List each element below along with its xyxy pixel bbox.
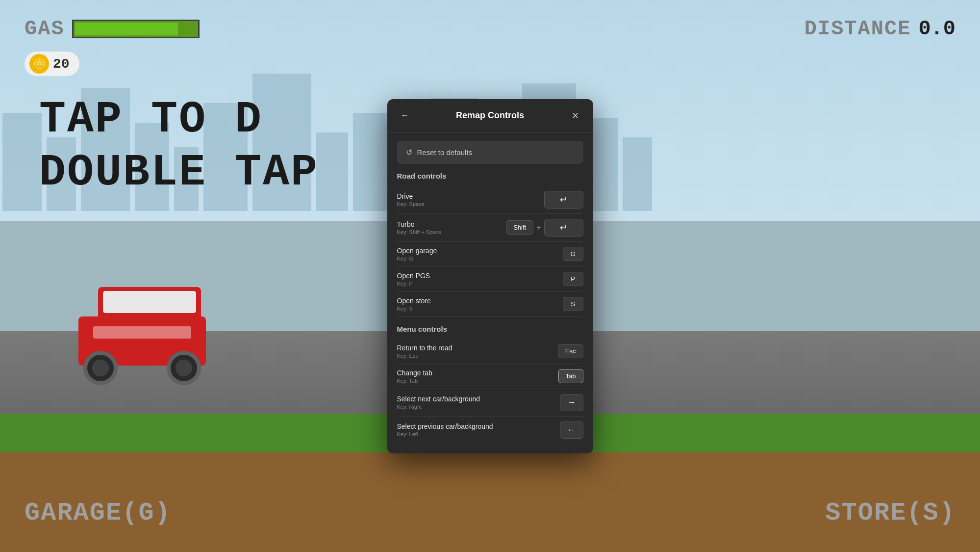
- key-button-pgs-p[interactable]: P: [563, 272, 583, 286]
- control-key-turbo: Key: Shift + Space: [397, 229, 506, 235]
- key-button-turbo-space[interactable]: ↵: [544, 219, 583, 237]
- key-button-return-esc[interactable]: Esc: [558, 344, 583, 358]
- remap-controls-modal: ← Remap Controls ✕ ↺ Reset to defaults R…: [387, 99, 593, 453]
- modal-overlay: ← Remap Controls ✕ ↺ Reset to defaults R…: [0, 0, 980, 552]
- control-name-turbo: Turbo: [397, 220, 506, 228]
- control-keys-tab: Tab: [558, 369, 583, 383]
- control-key-pgs: Key: P: [397, 281, 563, 287]
- key-button-drive-space[interactable]: ↵: [544, 191, 583, 209]
- control-key-prev: Key: Left: [397, 431, 560, 437]
- control-keys-turbo: Shift + ↵: [506, 219, 583, 237]
- control-info-return: Return to the road Key: Esc: [397, 344, 558, 359]
- control-keys-store: S: [563, 297, 583, 311]
- control-keys-next: →: [560, 394, 583, 411]
- control-keys-drive: ↵: [544, 191, 583, 209]
- modal-close-button[interactable]: ✕: [568, 108, 583, 124]
- reset-icon: ↺: [406, 148, 412, 157]
- control-name-prev: Select previous car/background: [397, 422, 560, 430]
- modal-back-button[interactable]: ←: [397, 108, 413, 124]
- control-key-drive: Key: Space: [397, 201, 544, 207]
- key-button-store-s[interactable]: S: [563, 297, 583, 311]
- reset-label: Reset to defaults: [417, 148, 473, 157]
- control-name-tab: Change tab: [397, 369, 558, 377]
- key-button-tab-tab[interactable]: Tab: [558, 369, 583, 383]
- control-info-turbo: Turbo Key: Shift + Space: [397, 220, 506, 235]
- control-name-return: Return to the road: [397, 344, 558, 352]
- control-info-next: Select next car/background Key: Right: [397, 395, 560, 410]
- control-name-pgs: Open PGS: [397, 272, 563, 280]
- control-key-store: Key: S: [397, 306, 563, 312]
- control-row-return: Return to the road Key: Esc Esc: [397, 339, 583, 364]
- control-row-drive: Drive Key: Space ↵: [397, 186, 583, 214]
- key-button-garage-g[interactable]: G: [563, 247, 583, 261]
- reset-defaults-button[interactable]: ↺ Reset to defaults: [397, 141, 583, 164]
- control-keys-garage: G: [563, 247, 583, 261]
- control-row-store: Open store Key: S S: [397, 292, 583, 317]
- road-controls-header: Road controls: [397, 172, 583, 180]
- modal-body: ↺ Reset to defaults Road controls Drive …: [387, 133, 593, 453]
- control-info-pgs: Open PGS Key: P: [397, 272, 563, 287]
- control-keys-prev: ←: [560, 421, 583, 439]
- control-info-store: Open store Key: S: [397, 297, 563, 312]
- menu-controls-header: Menu controls: [397, 325, 583, 333]
- control-row-turbo: Turbo Key: Shift + Space Shift + ↵: [397, 214, 583, 242]
- control-row-prev: Select previous car/background Key: Left…: [397, 417, 583, 444]
- control-keys-pgs: P: [563, 272, 583, 286]
- control-name-next: Select next car/background: [397, 395, 560, 403]
- control-key-tab: Key: Tab: [397, 378, 558, 384]
- control-keys-return: Esc: [558, 344, 583, 358]
- control-info-prev: Select previous car/background Key: Left: [397, 422, 560, 437]
- modal-title: Remap Controls: [413, 110, 568, 121]
- control-name-drive: Drive: [397, 192, 544, 200]
- control-key-next: Key: Right: [397, 404, 560, 410]
- key-button-next-right[interactable]: →: [560, 394, 583, 411]
- control-name-store: Open store: [397, 297, 563, 305]
- control-row-next: Select next car/background Key: Right →: [397, 389, 583, 417]
- control-info-tab: Change tab Key: Tab: [397, 369, 558, 384]
- control-name-garage: Open garage: [397, 247, 563, 255]
- control-row-pgs: Open PGS Key: P P: [397, 267, 583, 292]
- control-key-garage: Key: G: [397, 256, 563, 262]
- control-key-return: Key: Esc: [397, 353, 558, 359]
- control-row-garage: Open garage Key: G G: [397, 242, 583, 267]
- key-button-turbo-shift[interactable]: Shift: [506, 220, 533, 235]
- key-button-prev-left[interactable]: ←: [560, 421, 583, 439]
- control-info-drive: Drive Key: Space: [397, 192, 544, 207]
- control-row-tab: Change tab Key: Tab Tab: [397, 364, 583, 389]
- modal-header: ← Remap Controls ✕: [387, 99, 593, 133]
- key-plus-turbo: +: [536, 223, 541, 232]
- control-info-garage: Open garage Key: G: [397, 247, 563, 262]
